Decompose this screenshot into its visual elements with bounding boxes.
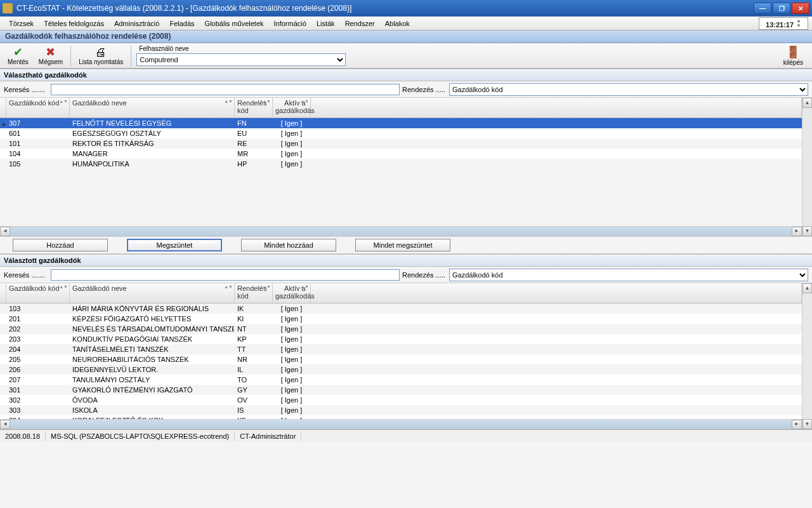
printer-icon: 🖨 [95,46,107,58]
minimize-button[interactable]: — [754,3,771,14]
header-time: 13:21:17▲▼ [759,17,808,30]
table-row[interactable]: 205NEUROREHABILITÁCIÓS TANSZÉKNR[ Igen ] [0,354,802,364]
menu-item[interactable]: Globális műveletek [200,18,269,29]
table-row[interactable]: 307FELNŐTT NEVELÉSI EGYSÉGFN[ Igen ] [0,118,802,128]
table-row[interactable]: 302ÓVODAOV[ Igen ] [0,395,802,405]
maximize-button[interactable]: ❐ [773,3,790,14]
remove-all-button[interactable]: Mindet megszüntet [355,239,450,251]
table-row[interactable]: 301GYAKORLÓ INTÉZMÉNYI IGAZGATÓGY[ Igen … [0,385,802,395]
cross-icon: ✖ [46,46,55,58]
grid1-body[interactable]: 307FELNŐTT NEVELÉSI EGYSÉGFN[ Igen ]601E… [0,118,802,226]
status-db: MS-SQL (PSZABOLCS-LAPTO\SQLEXPRESS-ecotr… [46,431,235,441]
window-title: CT-EcoSTAT - Kötelezettség vállalás (200… [16,4,754,13]
user-label: Felhasználó neve [136,45,346,52]
search-input-1[interactable] [51,84,400,95]
col-code[interactable]: Gazdálkodó kód▲▼ [6,283,70,303]
grid1-vscroll[interactable]: ▲▼ [802,98,812,236]
grid2-hscroll[interactable]: ◄► [0,419,802,429]
status-user: CT-Adminisztrátor [235,431,301,441]
search-label-2: Keresés ....... [4,271,48,279]
col-active[interactable]: Aktív a gazdálkodás▲▼ [273,98,311,117]
table-row[interactable]: 601EGÉSZSÉGÜGYI OSZTÁLYEU[ Igen ] [0,128,802,138]
grid2-vscroll[interactable]: ▲▼ [802,283,812,429]
table-row[interactable]: 104MANAGERMR[ Igen ] [0,149,802,159]
grid1-header: Gazdálkodó kód▲▼ Gazdálkodó neve▲▼ Rende… [0,98,802,118]
search-label: Keresés ....... [4,86,48,93]
door-icon: 🚪 [783,45,803,59]
menu-item[interactable]: Feladás [164,18,199,29]
grid2-header: Gazdálkodó kód▲▼ Gazdálkodó neve▲▼ Rende… [0,283,802,304]
add-all-button[interactable]: Mindet hozzáad [241,239,336,251]
table-row[interactable]: 303ISKOLAIS[ Igen ] [0,405,802,415]
search-input-2[interactable] [51,269,400,281]
sort-select-1[interactable]: Gazdálkodó kód [449,83,808,96]
sort-label: Rendezés ..... [402,86,447,93]
table-row[interactable]: 206IDEGENNYELVŰ LEKTOR.IL[ Igen ] [0,364,802,375]
grid1-hscroll[interactable]: ◄► [0,226,802,236]
remove-button[interactable]: Megszüntet [127,239,222,251]
section1-filter: Keresés ....... Rendezés ..... Gazdálkod… [0,81,812,98]
table-row[interactable]: 202NEVELÉS ÉS TÁRSADALOMTUDOMÁNYI TANSZÉ… [0,324,802,334]
window-titlebar: CT-EcoSTAT - Kötelezettség vállalás (200… [0,0,812,17]
add-button[interactable]: Hozzáad [13,239,108,251]
button-row: Hozzáad Megszüntet Mindet hozzáad Mindet… [0,236,812,254]
statusbar: 2008.08.18 MS-SQL (PSZABOLCS-LAPTO\SQLEX… [0,429,812,442]
app-icon [3,3,13,13]
table-row[interactable]: 103HÁRI MÁRIA KÖNYVTÁR ÉS REGIONÁLISIK[ … [0,304,802,314]
menu-item[interactable]: Információ [269,18,311,29]
close-button[interactable]: ✕ [792,3,809,14]
section1-title: Választható gazdálkodók [0,69,812,81]
menubar: TörzsekTételes feldolgozásAdminisztráció… [0,17,812,30]
table-row[interactable]: 203KONDUKTÍV PEDAGÓGIAI TANSZÉKKP[ Igen … [0,334,802,344]
col-rend[interactable]: Rendelés kód▲▼ [235,98,273,117]
section2-filter: Keresés ....... Rendezés ..... Gazdálkod… [0,267,812,283]
col-name[interactable]: Gazdálkodó neve▲▼ [70,283,235,303]
menu-item[interactable]: Adminisztráció [109,18,165,29]
mdi-titlebar: Gazdálkodók felhasználóhoz rendelése (20… [0,30,812,43]
save-button[interactable]: ✔ Mentés [3,44,34,68]
table-row[interactable]: 207TANULMÁNYI OSZTÁLYTO[ Igen ] [0,375,802,385]
col-code[interactable]: Gazdálkodó kód▲▼ [6,98,70,117]
menu-item[interactable]: Tételes feldolgozás [39,18,109,29]
toolbar: ✔ Mentés ✖ Mégsem 🖨 Lista nyomtatás Felh… [0,43,812,69]
col-name[interactable]: Gazdálkodó neve▲▼ [70,98,235,117]
grid2-body[interactable]: 103HÁRI MÁRIA KÖNYVTÁR ÉS REGIONÁLISIK[ … [0,304,802,419]
menu-item[interactable]: Rendszer [340,18,380,29]
col-active[interactable]: Aktív a gazdálkodás▲▼ [273,283,311,303]
table-row[interactable]: 204TANÍTÁSELMÉLETI TANSZÉKTT[ Igen ] [0,344,802,354]
status-date: 2008.08.18 [0,431,46,441]
table-row[interactable]: 201KÉPZÉSI FŐIGAZGATÓ HELYETTESKI[ Igen … [0,314,802,324]
exit-button[interactable]: 🚪 kilépés [777,45,809,66]
col-rend[interactable]: Rendelés kód▲▼ [235,283,273,303]
print-button[interactable]: 🖨 Lista nyomtatás [74,44,128,68]
section2-title: Választott gazdálkodók [0,254,812,267]
cancel-button[interactable]: ✖ Mégsem [34,44,68,68]
menu-item[interactable]: Listák [311,18,340,29]
check-icon: ✔ [13,46,23,58]
sort-select-2[interactable]: Gazdálkodó kód [449,269,808,281]
table-row[interactable]: 101REKTOR ÉS TITKÁRSÁGRE[ Igen ] [0,138,802,149]
sort-label-2: Rendezés ..... [402,271,447,279]
table-row[interactable]: 105HUMÁNPOLITIKAHP[ Igen ] [0,159,802,169]
user-select[interactable]: Computrend [136,53,346,66]
menu-item[interactable]: Ablakok [380,18,415,29]
menu-item[interactable]: Törzsek [4,18,39,29]
